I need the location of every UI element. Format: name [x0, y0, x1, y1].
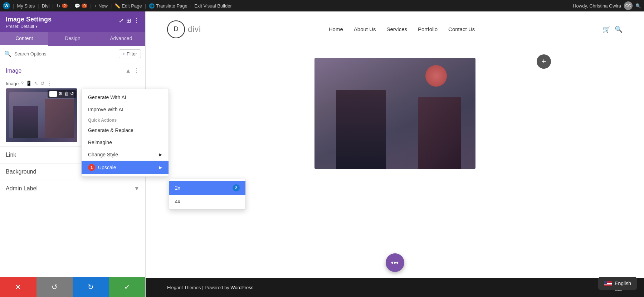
- fab-button[interactable]: •••: [386, 253, 404, 272]
- help-icon[interactable]: ?: [21, 81, 24, 86]
- site-search-icon[interactable]: 🔍: [615, 25, 623, 33]
- ai-toolbar: AI ⚙ 🗑 ↺: [48, 90, 76, 98]
- upscale-4x-item[interactable]: 4x: [169, 195, 245, 208]
- section-more-icon[interactable]: ⋮: [134, 67, 140, 74]
- footer-wp-link[interactable]: WordPress: [230, 285, 253, 290]
- hero-image[interactable]: [314, 58, 475, 169]
- edit-page-link[interactable]: ✏️ Edit Page: [114, 3, 142, 9]
- sidebar-title-group: Image Settings Preset: Default ▾: [6, 16, 52, 29]
- image-label-text: Image: [6, 81, 19, 86]
- background-title: Background: [6, 169, 36, 175]
- fab-label: •••: [391, 259, 399, 267]
- image-section-icons: ▲ ⋮: [125, 67, 140, 74]
- more-icon[interactable]: ⋮: [134, 17, 140, 24]
- sidebar-header: Image Settings Preset: Default ▾ ⤢ ⊞ ⋮: [0, 11, 145, 32]
- upscale-item[interactable]: 1 Upscale ▶: [82, 161, 169, 174]
- image-field-label: Image ? 📱 ↖ ↺ ⋮: [6, 81, 140, 86]
- admin-label-expand-icon[interactable]: ▼: [134, 185, 140, 192]
- translate-page-link[interactable]: 🌐 Translate Page: [149, 3, 187, 9]
- sidebar-preset[interactable]: Preset: Default ▾: [6, 24, 52, 29]
- nav-about[interactable]: About Us: [354, 26, 376, 32]
- language-selector[interactable]: English: [598, 277, 637, 290]
- search-options-icon: 🔍: [4, 50, 11, 57]
- image-preview[interactable]: AI ⚙ 🗑 ↺: [6, 88, 77, 142]
- admin-bar-right: Howdy, Christina Gwira CG 🔍: [573, 1, 641, 10]
- change-style-label: Change Style: [88, 152, 118, 157]
- change-style-item[interactable]: Change Style ▶: [82, 148, 169, 161]
- flag-icon: [604, 281, 612, 286]
- sidebar-title: Image Settings: [6, 16, 52, 23]
- tab-design[interactable]: Design: [48, 32, 97, 46]
- more-options-icon[interactable]: ⋮: [47, 81, 52, 86]
- upscale-label: Upscale: [98, 165, 116, 170]
- tab-content[interactable]: Content: [0, 32, 48, 46]
- nav-portfolio[interactable]: Portfolio: [418, 26, 438, 32]
- language-label: English: [615, 281, 631, 286]
- new-link[interactable]: + New: [94, 3, 108, 9]
- site-nav: D divi Home About Us Services Portfolio …: [146, 11, 644, 47]
- nav-contact[interactable]: Contact Us: [448, 26, 475, 32]
- main-layout: Image Settings Preset: Default ▾ ⤢ ⊞ ⋮ C…: [0, 11, 644, 297]
- footer-copyright: Elegant Themes | Powered by WordPress: [167, 285, 253, 290]
- ai-badge[interactable]: AI: [49, 91, 57, 97]
- save-button[interactable]: ✓: [109, 277, 146, 297]
- reimagine-item[interactable]: Reimagine: [82, 136, 169, 148]
- admin-label-section[interactable]: Admin Label ▼: [0, 180, 145, 197]
- image-section-header[interactable]: Image ▲ ⋮: [0, 62, 145, 78]
- comments-link[interactable]: 💬 0: [74, 3, 87, 9]
- undo-icon[interactable]: ↺: [40, 81, 45, 86]
- my-sites-link[interactable]: My Sites: [17, 3, 35, 9]
- site-nav-icons: 🛒 🔍: [602, 25, 623, 33]
- improve-with-ai-item[interactable]: Improve With AI: [82, 103, 169, 116]
- logo-letter: D: [174, 25, 179, 33]
- updates-link[interactable]: ↻ 2: [57, 3, 68, 9]
- howdy-text: Howdy, Christina Gwira: [573, 3, 621, 9]
- cancel-button[interactable]: ✕: [0, 277, 36, 297]
- link-title: Link: [6, 152, 16, 158]
- site-nav-links: Home About Us Services Portfolio Contact…: [329, 26, 475, 32]
- phone-icon[interactable]: 📱: [26, 81, 32, 86]
- logo-circle: D: [167, 20, 185, 38]
- comments-badge: 0: [82, 4, 87, 8]
- admin-avatar[interactable]: CG: [624, 1, 633, 10]
- divi-link[interactable]: Divi: [42, 3, 50, 9]
- generate-with-ai-item[interactable]: Generate With AI: [82, 91, 169, 103]
- nav-services[interactable]: Services: [386, 26, 407, 32]
- upscale-arrow: ▶: [159, 165, 162, 170]
- cart-icon[interactable]: 🛒: [602, 25, 610, 33]
- sidebar-search-row: 🔍 + Filter: [0, 46, 145, 62]
- add-column-button[interactable]: +: [537, 54, 551, 69]
- columns-icon[interactable]: ⊞: [126, 17, 131, 24]
- undo-button[interactable]: ↺: [36, 277, 73, 297]
- search-options-input[interactable]: [14, 51, 116, 57]
- wordpress-icon[interactable]: W: [3, 2, 10, 9]
- filter-plus-icon: +: [123, 51, 126, 57]
- upscale-submenu: 2x 2 4x: [169, 179, 246, 210]
- tab-advanced[interactable]: Advanced: [97, 32, 145, 46]
- generate-replace-item[interactable]: Generate & Replace: [82, 124, 169, 136]
- image-section-title: Image: [6, 68, 21, 74]
- delete-icon[interactable]: 🗑: [64, 91, 69, 97]
- exit-builder-link[interactable]: Exit Visual Builder: [194, 3, 232, 9]
- collapse-icon[interactable]: ▲: [125, 68, 131, 74]
- redo-button[interactable]: ↻: [73, 277, 109, 297]
- site-footer: Elegant Themes | Powered by WordPress f …: [146, 278, 644, 297]
- website-area: D divi Home About Us Services Portfolio …: [146, 11, 644, 297]
- upscale-2x-label: 2x: [175, 185, 180, 191]
- settings-icon[interactable]: ⚙: [58, 91, 63, 97]
- sidebar-header-icons: ⤢ ⊞ ⋮: [119, 17, 140, 24]
- sidebar-tabs: Content Design Advanced: [0, 32, 145, 46]
- filter-label: Filter: [127, 51, 137, 57]
- upscale-2x-item[interactable]: 2x 2: [169, 181, 245, 195]
- ai-undo-icon[interactable]: ↺: [70, 91, 74, 97]
- cursor-icon[interactable]: ↖: [34, 81, 38, 86]
- nav-home[interactable]: Home: [329, 26, 343, 32]
- image-field-icons: ? 📱 ↖ ↺ ⋮: [21, 81, 52, 86]
- change-style-arrow: ▶: [159, 152, 162, 157]
- admin-label-title: Admin Label: [6, 185, 38, 192]
- filter-button[interactable]: + Filter: [119, 49, 141, 58]
- context-menu: Generate With AI Improve With AI Quick A…: [81, 89, 169, 177]
- search-icon[interactable]: 🔍: [635, 3, 641, 9]
- expand-icon[interactable]: ⤢: [119, 17, 123, 24]
- sidebar-bottom-bar: ✕ ↺ ↻ ✓: [0, 277, 145, 297]
